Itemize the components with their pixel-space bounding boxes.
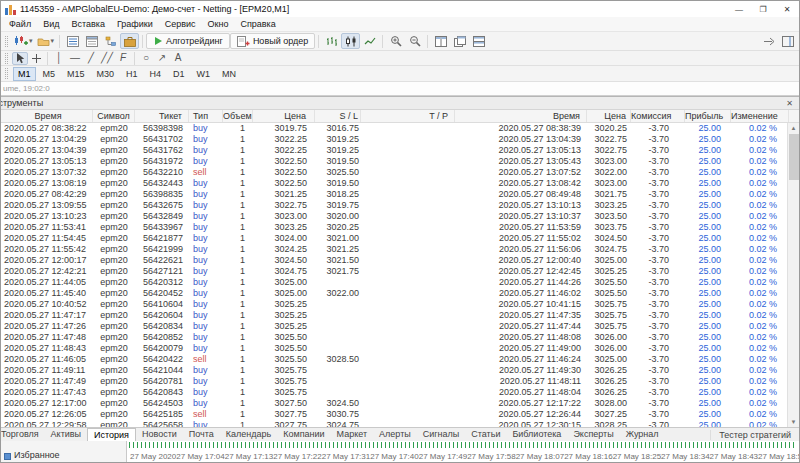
new-order-button[interactable]: Новый ордер xyxy=(230,33,315,49)
chart-time-axis[interactable]: 27 May 202027 May 17:0427 May 17:1327 Ma… xyxy=(127,441,799,462)
history-row[interactable]: 2020.05.27 11:49:11epm2056421044buy13025… xyxy=(1,365,787,376)
crosshair-button[interactable] xyxy=(28,52,44,65)
market-watch-button[interactable] xyxy=(63,33,82,49)
timeframe-m5[interactable]: M5 xyxy=(38,67,61,81)
history-row[interactable]: 2020.05.27 08:42:29epm2056398835buy13021… xyxy=(1,189,787,200)
column-header-5[interactable]: Цена xyxy=(253,110,315,122)
arrows-button[interactable]: ↗ xyxy=(154,52,170,65)
toolbox-tab-5[interactable]: Календарь xyxy=(220,428,277,441)
column-header-3[interactable]: Тип xyxy=(189,110,223,122)
menu-item-5[interactable]: Окно xyxy=(202,17,235,31)
history-row[interactable]: 2020.05.27 13:07:32epm2056432210sell1302… xyxy=(1,167,787,178)
history-row[interactable]: 2020.05.27 11:46:05epm2056420422sell1302… xyxy=(1,354,787,365)
shapes-button[interactable]: ○ xyxy=(138,52,154,65)
bar-chart-button[interactable] xyxy=(322,33,341,49)
history-row[interactable]: 2020.05.27 13:05:13epm2056431972buy13022… xyxy=(1,156,787,167)
line-chart-button[interactable] xyxy=(360,33,379,49)
toolbox-tab-6[interactable]: Компании xyxy=(277,428,330,441)
history-row[interactable]: 2020.05.27 13:10:23epm2056432849buy13023… xyxy=(1,211,787,222)
vertical-line-button[interactable]: │ xyxy=(51,52,67,65)
toolbox-tab-9[interactable]: Сигналы xyxy=(417,428,466,441)
toolbox-tab-10[interactable]: Статьи xyxy=(465,428,506,441)
profiles-button[interactable]: ▾ xyxy=(35,33,57,49)
menu-item-0[interactable]: Файл xyxy=(3,17,37,31)
close-button[interactable]: ✕ xyxy=(775,1,799,17)
toolbar-grip[interactable] xyxy=(5,53,8,64)
toolbox-tab-2[interactable]: История xyxy=(87,428,136,441)
history-row[interactable]: 2020.05.27 11:47:49epm2056420781buy13025… xyxy=(1,376,787,387)
minimize-button[interactable]: — xyxy=(727,1,751,17)
navigator-button[interactable] xyxy=(101,33,120,49)
toolbox-tab-12[interactable]: Эксперты xyxy=(567,428,619,441)
algo-trading-button[interactable]: Алготрейдинг xyxy=(146,33,230,49)
toolbar-grip[interactable] xyxy=(5,36,8,47)
history-row[interactable]: 2020.05.27 12:00:17epm2056422621buy13024… xyxy=(1,255,787,266)
new-chart-button[interactable]: ▾ xyxy=(12,33,35,49)
tile-windows-button[interactable] xyxy=(431,33,450,49)
timeframe-w1[interactable]: W1 xyxy=(192,67,216,81)
trendline-button[interactable]: ╱ xyxy=(83,52,99,65)
column-header-7[interactable]: T / P xyxy=(361,110,455,122)
fibonacci-button[interactable]: F xyxy=(115,52,131,65)
chart-shift-button[interactable] xyxy=(778,33,797,49)
timeframe-mn[interactable]: MN xyxy=(217,67,241,81)
column-header-2[interactable]: Тикет xyxy=(135,110,189,122)
candlestick-chart-button[interactable] xyxy=(341,33,360,49)
history-row[interactable]: 2020.05.27 11:55:42epm2056421999buy13024… xyxy=(1,244,787,255)
toolbox-tab-13[interactable]: Журнал xyxy=(620,428,665,441)
history-row[interactable]: 2020.05.27 10:40:52epm2056410604buy13025… xyxy=(1,299,787,310)
history-row[interactable]: 2020.05.27 12:42:21epm2056427121buy13024… xyxy=(1,266,787,277)
cursor-button[interactable] xyxy=(12,52,28,65)
toolbox-tab-7[interactable]: Маркет xyxy=(331,428,373,441)
history-row[interactable]: 2020.05.27 13:09:55epm2056432675buy13022… xyxy=(1,200,787,211)
timeframe-m30[interactable]: M30 xyxy=(92,67,120,81)
history-row[interactable]: 2020.05.27 11:47:43epm2056420843buy13025… xyxy=(1,387,787,398)
data-window-button[interactable] xyxy=(82,33,101,49)
timeframe-h4[interactable]: H4 xyxy=(145,67,167,81)
toolbox-tab-0[interactable]: Торговля xyxy=(1,428,45,441)
timeframe-m15[interactable]: M15 xyxy=(62,67,90,81)
timeframe-m1[interactable]: M1 xyxy=(13,67,36,81)
history-row[interactable]: 2020.05.27 11:47:48epm2056420852buy13025… xyxy=(1,332,787,343)
toolbox-tab-4[interactable]: Почта xyxy=(183,428,220,441)
history-row[interactable]: 2020.05.27 12:29:58epm2056425658buy13027… xyxy=(1,420,787,427)
toolbox-button[interactable] xyxy=(120,33,139,49)
history-row[interactable]: 2020.05.27 08:38:22epm2056398398buy13019… xyxy=(1,123,787,134)
channel-button[interactable]: ╱╱ xyxy=(99,52,115,65)
cascade-windows-button[interactable] xyxy=(450,33,469,49)
toolbox-header[interactable]: Инструменты ✕ xyxy=(1,97,799,110)
auto-scroll-button[interactable] xyxy=(759,33,778,49)
column-header-4[interactable]: Объем xyxy=(223,110,253,122)
timeframe-d1[interactable]: D1 xyxy=(168,67,190,81)
zoom-in-button[interactable] xyxy=(386,33,405,49)
column-header-9[interactable]: Цена xyxy=(587,110,631,122)
history-row[interactable]: 2020.05.27 13:04:29epm2056431702buy13022… xyxy=(1,134,787,145)
scroll-down-icon[interactable]: ▼ xyxy=(791,417,797,427)
toolbox-tab-11[interactable]: Библиотека xyxy=(506,428,567,441)
menu-item-6[interactable]: Справка xyxy=(234,17,281,31)
history-row[interactable]: 2020.05.27 11:47:17epm2056420604buy13025… xyxy=(1,310,787,321)
tab-strategy-tester[interactable]: Тестер стратегий xyxy=(710,430,799,440)
column-header-10[interactable]: Комиссия xyxy=(631,110,685,122)
menu-item-1[interactable]: Вид xyxy=(37,17,65,31)
horizontal-line-button[interactable]: — xyxy=(67,52,83,65)
scrollbar-thumb[interactable] xyxy=(789,134,799,180)
toolbox-close-icon[interactable]: ✕ xyxy=(786,99,793,108)
history-row[interactable]: 2020.05.27 11:54:45epm2056421877buy13024… xyxy=(1,233,787,244)
history-row[interactable]: 2020.05.27 12:17:00epm2056424503buy13027… xyxy=(1,398,787,409)
column-header-1[interactable]: Символ xyxy=(93,110,135,122)
column-header-6[interactable]: S / L xyxy=(315,110,361,122)
history-row[interactable]: 2020.05.27 11:45:40epm2056420452buy13025… xyxy=(1,288,787,299)
zoom-out-button[interactable] xyxy=(405,33,424,49)
tab-favorites[interactable]: Избранное xyxy=(14,451,60,460)
toolbar-grip[interactable] xyxy=(5,68,8,79)
history-row[interactable]: 2020.05.27 12:26:05epm2056425185sell1302… xyxy=(1,409,787,420)
text-label-button[interactable]: A xyxy=(170,52,186,65)
history-row[interactable]: 2020.05.27 13:08:19epm2056432443buy13022… xyxy=(1,178,787,189)
column-header-0[interactable]: Время xyxy=(1,110,93,122)
history-row[interactable]: 2020.05.27 11:48:43epm2056420079buy13025… xyxy=(1,343,787,354)
tile-horizontal-button[interactable] xyxy=(469,33,488,49)
menu-item-4[interactable]: Сервис xyxy=(159,17,202,31)
column-header-8[interactable]: Время xyxy=(455,110,587,122)
menu-item-3[interactable]: Графики xyxy=(111,17,159,31)
